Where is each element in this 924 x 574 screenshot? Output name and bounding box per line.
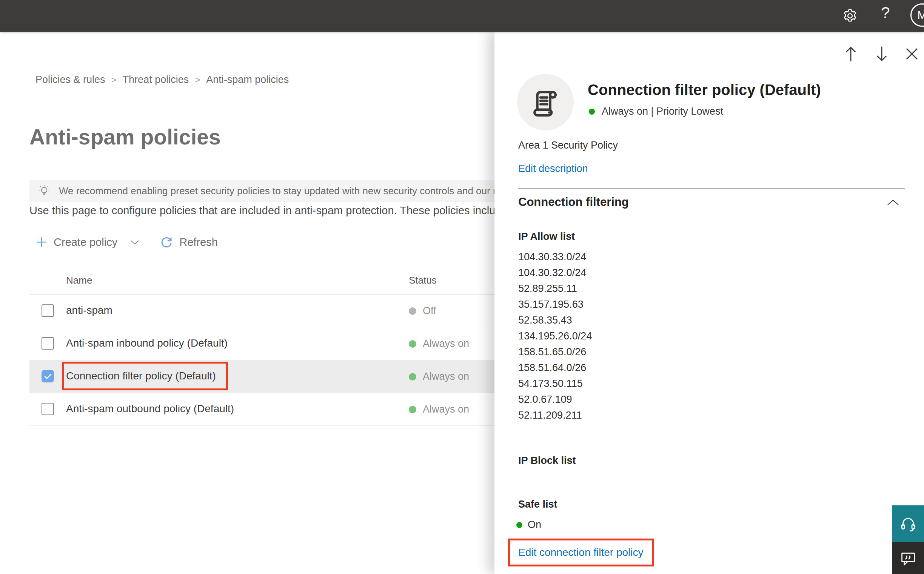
edit-description-link[interactable]: Edit description: [518, 163, 588, 175]
status-cell: Off: [409, 305, 436, 317]
page-title: Anti-spam policies: [29, 125, 221, 149]
gear-icon[interactable]: [841, 7, 859, 25]
ip-allow-entry: 104.30.33.0/24: [518, 249, 592, 265]
column-header-status: Status: [409, 274, 437, 286]
avatar[interactable]: M: [910, 3, 924, 27]
flyout-status: Always on | Priority Lowest: [589, 106, 723, 117]
close-icon[interactable]: [903, 44, 920, 63]
edit-connection-filter-policy-link[interactable]: Edit connection filter policy: [518, 546, 644, 558]
breadcrumb-item[interactable]: Threat policies: [123, 74, 189, 86]
status-cell: Always on: [409, 404, 469, 415]
flyout-status-text: Always on | Priority Lowest: [602, 106, 723, 117]
status-text: Always on: [423, 371, 469, 382]
ip-allow-entry: 52.0.67.109: [518, 391, 592, 407]
toolbar: Create policy Refresh: [35, 233, 218, 251]
divider: [518, 188, 905, 189]
previous-item-arrow-icon[interactable]: [842, 44, 859, 63]
row-checkbox[interactable]: [41, 337, 54, 350]
ip-allow-list: 104.30.33.0/24104.30.32.0/2452.89.255.11…: [518, 249, 592, 423]
support-button[interactable]: [892, 505, 924, 542]
ip-allow-entry: 52.89.255.11: [518, 281, 592, 296]
top-nav-bar: ? M: [0, 0, 924, 32]
status-dot: [516, 522, 522, 528]
status-text: Off: [423, 305, 436, 317]
lightbulb-icon: [38, 184, 51, 197]
flyout-title: Connection filter policy (Default): [588, 82, 821, 98]
policy-name[interactable]: Anti-spam inbound policy (Default): [66, 337, 228, 349]
row-checkbox[interactable]: [41, 304, 54, 317]
status-cell: Always on: [409, 338, 469, 350]
ip-allow-entry: 52.11.209.211: [518, 407, 592, 423]
breadcrumb: Policies & rules>Threat policies>Anti-sp…: [35, 74, 289, 86]
breadcrumb-separator: >: [195, 75, 200, 85]
policy-name[interactable]: Anti-spam outbound policy (Default): [66, 403, 234, 415]
ip-allow-list-label: IP Allow list: [518, 231, 575, 243]
banner-text: We recommend enabling preset security po…: [59, 185, 534, 197]
policy-description: Area 1 Security Policy: [518, 140, 618, 151]
status-dot: [409, 308, 416, 315]
feedback-bubble-icon: [900, 550, 916, 566]
ip-allow-entry: 134.195.26.0/24: [518, 328, 592, 344]
status-dot: [409, 340, 416, 348]
ip-allow-entry: 104.30.32.0/24: [518, 265, 592, 281]
status-text: Always on: [423, 404, 469, 415]
status-dot: [589, 109, 595, 115]
ip-allow-entry: 35.157.195.63: [518, 296, 592, 312]
ip-block-list-label: IP Block list: [518, 455, 576, 467]
section-connection-filtering: Connection filtering: [518, 196, 629, 209]
chevron-up-icon[interactable]: [887, 199, 899, 207]
row-checkbox[interactable]: [41, 370, 54, 382]
row-checkbox[interactable]: [41, 403, 54, 415]
ip-allow-entry: 158.51.64.0/26: [518, 360, 592, 375]
status-text: Always on: [423, 338, 469, 350]
policy-name[interactable]: Connection filter policy (Default): [66, 370, 216, 382]
help-icon[interactable]: ?: [877, 4, 895, 22]
feedback-button[interactable]: [892, 542, 924, 574]
headset-icon: [899, 515, 917, 533]
breadcrumb-item[interactable]: Policies & rules: [35, 74, 105, 86]
safe-list-status: On: [516, 519, 541, 531]
status-cell: Always on: [409, 371, 469, 382]
breadcrumb-separator: >: [111, 75, 117, 85]
create-policy-label: Create policy: [54, 236, 117, 249]
status-dot: [409, 373, 416, 380]
refresh-label: Refresh: [179, 236, 218, 249]
create-policy-button[interactable]: Create policy: [35, 236, 139, 249]
safe-list-label: Safe list: [518, 498, 557, 510]
column-header-name: Name: [66, 274, 92, 286]
ip-allow-entry: 54.173.50.115: [518, 375, 592, 391]
details-flyout: Connection filter policy (Default) Alway…: [494, 32, 924, 574]
refresh-icon: [160, 235, 173, 249]
edit-link-annotation-box: Edit connection filter policy: [508, 539, 654, 566]
chevron-down-icon: [130, 240, 139, 245]
plus-icon: [35, 236, 47, 248]
status-dot: [409, 406, 416, 413]
ip-allow-entry: 52.58.35.43: [518, 312, 592, 328]
refresh-button[interactable]: Refresh: [160, 235, 218, 249]
policy-scroll-icon: [517, 74, 574, 131]
safe-list-value: On: [528, 519, 541, 531]
policy-name[interactable]: anti-spam: [66, 304, 112, 316]
ip-allow-entry: 158.51.65.0/26: [518, 344, 592, 360]
next-item-arrow-icon[interactable]: [873, 44, 890, 63]
breadcrumb-item[interactable]: Anti-spam policies: [206, 74, 289, 86]
app-window: ? M Policies & rules>Threat policies>Ant…: [0, 0, 924, 574]
